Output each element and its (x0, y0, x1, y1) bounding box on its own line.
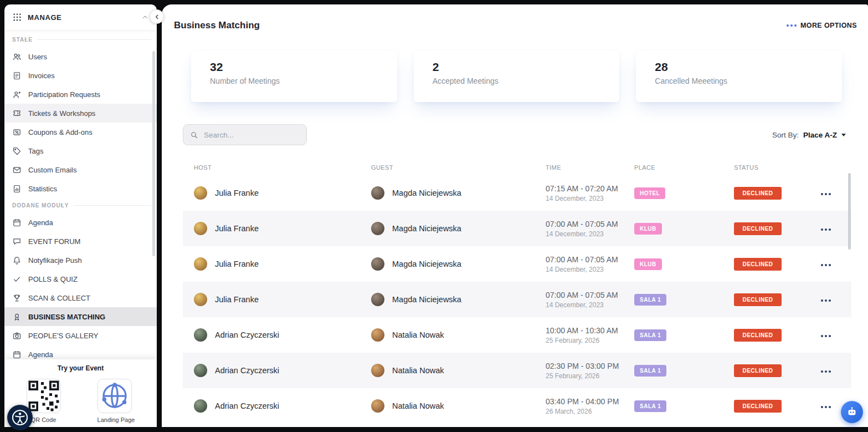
sidebar-collapse-button[interactable] (150, 9, 164, 24)
status-cell: DECLINED (734, 258, 814, 271)
host-cell: Adrian Czyczerski (183, 328, 371, 342)
section-label: DODANE MODUŁY (4, 198, 157, 213)
host-name: Julia Franke (215, 295, 259, 304)
avatar (371, 293, 384, 306)
menu-cell (814, 294, 848, 305)
table-scrollbar[interactable] (848, 173, 851, 250)
sidebar-item-agenda[interactable]: Agenda (4, 213, 157, 232)
sidebar-item-label: Statistics (28, 185, 57, 193)
chevron-down-icon (841, 134, 846, 136)
column-header-status: STATUS (734, 164, 814, 171)
emails-icon (12, 165, 22, 175)
row-menu-button[interactable] (819, 190, 833, 199)
sidebar-item-tickets-workshops[interactable]: Tickets & Workshops (4, 104, 157, 123)
sidebar-item-label: Participation Requests (28, 90, 100, 99)
place-cell: KLUB (634, 223, 734, 235)
host-name: Adrian Czyczerski (215, 401, 279, 410)
column-header-guest: GUEST (371, 164, 546, 171)
guest-name: Natalia Nowak (392, 366, 444, 375)
avatar (371, 364, 384, 377)
stat-card: 2 Accepted Meetings (414, 51, 620, 102)
sidebar-item-label: Agenda (28, 218, 53, 227)
sidebar-item-label: EVENT FORUM (28, 237, 80, 246)
table-row: Julia Franke Magda Niciejewska 07:00 AM … (183, 246, 851, 282)
row-menu-button[interactable] (819, 261, 833, 270)
place-badge: SALA 1 (634, 294, 666, 306)
status-badge: DECLINED (734, 329, 782, 342)
row-menu-button[interactable] (819, 225, 833, 234)
accessibility-widget-button[interactable] (7, 405, 33, 430)
search-input[interactable] (204, 131, 300, 139)
sidebar-item-label: Notyfikacje Push (28, 256, 82, 265)
more-options-button[interactable]: MORE OPTIONS (787, 22, 857, 29)
calendar-icon (12, 218, 22, 227)
avatar (194, 364, 207, 377)
footer-tile-landing-page[interactable]: Landing Page (97, 379, 135, 423)
sidebar-item-label: POLLS & QUIZ (28, 275, 78, 283)
sort-dropdown[interactable]: Sort By: Place A-Z (772, 131, 846, 139)
column-header-host: HOST (183, 164, 371, 171)
date: 14 December, 2023 (546, 230, 634, 238)
accessibility-icon (11, 408, 29, 427)
chevron-up-icon[interactable] (141, 13, 149, 21)
place-badge: SALA 1 (634, 365, 666, 377)
avatar (194, 328, 207, 342)
guest-cell: Magda Niciejewska (371, 222, 546, 235)
guest-name: Natalia Nowak (392, 401, 444, 410)
push-icon (12, 256, 22, 265)
time-range: 07:00 AM - 07:05 AM (546, 255, 634, 264)
host-cell: Julia Franke (183, 186, 371, 200)
sidebar-item-tags[interactable]: Tags (4, 141, 157, 160)
time-cell: 07:00 AM - 07:05 AM 14 December, 2023 (546, 291, 634, 309)
sidebar-item-polls-quiz[interactable]: POLLS & QUIZ (4, 270, 157, 288)
sidebar-item-people-s-gallery[interactable]: PEOPLE'S GALLERY (4, 326, 157, 345)
place-cell: SALA 1 (634, 329, 734, 341)
date: 14 December, 2023 (546, 266, 634, 273)
table-body: Julia Franke Magda Niciejewska 07:15 AM … (183, 175, 851, 424)
chatbot-widget-button[interactable] (841, 401, 863, 423)
sidebar-item-event-forum[interactable]: EVENT FORUM (4, 232, 157, 251)
time-range: 10:00 AM - 10:30 AM (546, 326, 634, 335)
guest-name: Magda Niciejewska (392, 224, 461, 233)
row-menu-button[interactable] (819, 367, 833, 376)
stat-value: 32 (210, 60, 397, 74)
date: 14 December, 2023 (546, 195, 634, 202)
sidebar-item-notyfikacje-push[interactable]: Notyfikacje Push (4, 251, 157, 270)
sidebar-item-label: Tags (28, 147, 43, 155)
avatar (194, 222, 207, 235)
sidebar-item-statistics[interactable]: Statistics (4, 179, 157, 198)
menu-cell (814, 330, 848, 340)
avatar (371, 328, 384, 342)
host-cell: Adrian Czyczerski (183, 364, 371, 377)
time-cell: 07:00 AM - 07:05 AM 14 December, 2023 (546, 220, 634, 238)
sidebar-item-custom-emails[interactable]: Custom Emails (4, 160, 157, 179)
sidebar-item-agenda[interactable]: Agenda (4, 345, 157, 359)
guest-name: Natalia Nowak (392, 331, 444, 339)
sidebar-item-users[interactable]: Users (4, 47, 157, 66)
row-menu-button[interactable] (819, 403, 833, 411)
row-menu-button[interactable] (819, 296, 833, 305)
sort-value: Place A-Z (803, 131, 837, 139)
search-box[interactable] (183, 124, 307, 145)
guest-cell: Natalia Nowak (371, 364, 546, 377)
avatar (371, 186, 384, 200)
sidebar-item-coupons-add-ons[interactable]: Coupons & Add-ons (4, 123, 157, 141)
sidebar-item-business-matching[interactable]: BUSINESS MATCHING (4, 307, 157, 326)
host-cell: Julia Franke (183, 222, 371, 235)
status-badge: DECLINED (734, 400, 782, 413)
guest-name: Magda Niciejewska (392, 295, 461, 304)
row-menu-button[interactable] (819, 332, 833, 340)
column-header-place: PLACE (634, 164, 734, 171)
stats-row: 32 Number of Meetings 2 Accepted Meeting… (191, 51, 842, 102)
place-badge: KLUB (634, 258, 662, 270)
table-row: Julia Franke Magda Niciejewska 07:00 AM … (183, 282, 851, 317)
sort-label: Sort By: (772, 131, 799, 139)
more-options-label: MORE OPTIONS (800, 22, 857, 29)
sidebar-item-invoices[interactable]: Invoices (4, 66, 157, 85)
calendar-icon (12, 350, 22, 359)
sidebar-item-scan-collect[interactable]: SCAN & COLLECT (4, 288, 157, 307)
host-cell: Julia Franke (183, 293, 371, 306)
sidebar-scrollbar[interactable] (152, 51, 155, 256)
sidebar-item-participation-requests[interactable]: Participation Requests (4, 85, 157, 104)
place-badge: SALA 1 (634, 329, 666, 341)
